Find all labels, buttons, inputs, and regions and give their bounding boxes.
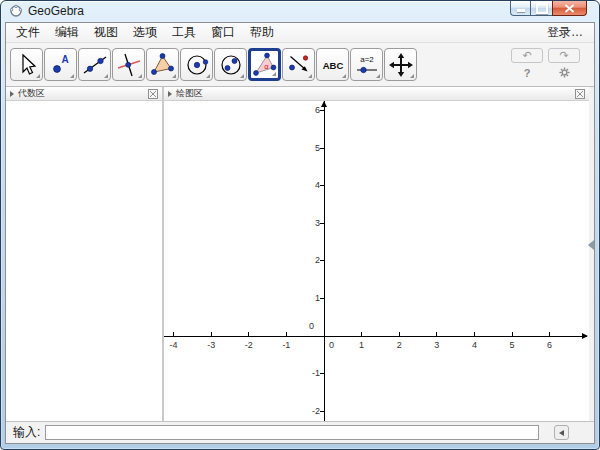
- redo-button[interactable]: ↷: [548, 48, 580, 63]
- algebra-panel-title: 代数区: [18, 87, 45, 100]
- x-tick-label: -2: [240, 340, 258, 350]
- minimize-icon: [517, 9, 525, 12]
- tool-point-button[interactable]: A: [44, 48, 77, 81]
- y-axis-tick: [320, 373, 324, 374]
- menu-bar: 文件编辑视图选项工具窗口帮助 登录…: [6, 23, 594, 43]
- undo-button[interactable]: ↶: [511, 48, 543, 63]
- circle-icon: [184, 52, 210, 78]
- caption-buttons: [510, 1, 587, 16]
- maximize-button[interactable]: [531, 1, 552, 16]
- input-help-button[interactable]: [554, 425, 569, 440]
- command-input[interactable]: [45, 425, 539, 440]
- settings-button[interactable]: [548, 66, 580, 79]
- tool-ellipse-button[interactable]: [214, 48, 247, 81]
- y-tick-label: -1: [302, 368, 320, 378]
- graphics-panel-title: 绘图区: [176, 87, 203, 100]
- tool-reflection-button[interactable]: [282, 48, 315, 81]
- x-axis: [164, 336, 587, 337]
- minimize-button[interactable]: [510, 1, 531, 16]
- redo-icon: ↷: [559, 50, 568, 61]
- menu-item-view[interactable]: 视图: [91, 23, 121, 42]
- close-icon: [564, 4, 575, 13]
- graphics-expand-arrow-icon[interactable]: [168, 91, 172, 97]
- x-tick-label: 1: [353, 340, 371, 350]
- origin-zero-label-above: 0: [309, 321, 314, 331]
- help-icon: ?: [524, 67, 531, 79]
- gear-icon: [559, 67, 570, 78]
- x-axis-tick: [436, 332, 437, 336]
- graphics-panel-header: 绘图区: [164, 87, 589, 101]
- menu-item-window[interactable]: 窗口: [208, 23, 238, 42]
- login-button[interactable]: 登录…: [547, 24, 587, 41]
- y-axis-tick: [320, 110, 324, 111]
- algebra-view[interactable]: [6, 101, 162, 421]
- tool-slider-button[interactable]: a=2: [350, 48, 383, 81]
- tool-move-graphics-view-button[interactable]: [384, 48, 417, 81]
- svg-text:ABC: ABC: [322, 60, 343, 71]
- y-axis-tick: [320, 223, 324, 224]
- menu-item-options[interactable]: 选项: [130, 23, 160, 42]
- x-axis-tick: [173, 332, 174, 336]
- tool-angle-button[interactable]: α: [248, 48, 281, 81]
- tool-text-button[interactable]: ABC: [316, 48, 349, 81]
- geogebra-window: GeoGebra 文件编辑视图选项工具窗口帮助 登录…: [0, 0, 600, 450]
- menu-item-file[interactable]: 文件: [13, 23, 43, 42]
- algebra-expand-arrow-icon[interactable]: [10, 91, 14, 97]
- x-axis-arrow-icon: [582, 333, 588, 339]
- reflection-icon: [286, 52, 312, 78]
- x-tick-label: 2: [390, 340, 408, 350]
- tool-perpendicular-line-button[interactable]: [112, 48, 145, 81]
- input-bar: 输入:: [6, 421, 594, 443]
- y-axis: [324, 101, 325, 421]
- y-tick-label: -2: [302, 406, 320, 416]
- y-axis-tick: [320, 260, 324, 261]
- algebra-panel-close-icon[interactable]: [148, 89, 158, 99]
- ellipse-icon: [218, 52, 244, 78]
- tool-polygon-button[interactable]: [146, 48, 179, 81]
- polygon-icon: [150, 52, 176, 78]
- move-graphics-view-icon: [388, 52, 414, 78]
- graphics-view[interactable]: 0 0 -4-3-2-1123456654321-1-2: [164, 101, 589, 421]
- svg-text:α: α: [264, 61, 269, 70]
- help-button[interactable]: ?: [511, 66, 543, 79]
- graphics-panel-close-icon[interactable]: [575, 89, 585, 99]
- menu-item-edit[interactable]: 编辑: [52, 23, 82, 42]
- window-title: GeoGebra: [28, 4, 84, 18]
- y-tick-label: 1: [302, 293, 320, 303]
- line-icon: [82, 52, 108, 78]
- right-edge-strip: [589, 87, 594, 421]
- x-tick-label: -1: [277, 340, 295, 350]
- origin-zero-label-below: 0: [329, 340, 334, 350]
- x-axis-tick: [474, 332, 475, 336]
- x-axis-tick: [361, 332, 362, 336]
- menu-item-help[interactable]: 帮助: [247, 23, 277, 42]
- x-axis-tick: [211, 332, 212, 336]
- toolbar-right-controls: ↶ ↷ ?: [511, 48, 590, 79]
- menu-item-tools[interactable]: 工具: [169, 23, 199, 42]
- text-icon: ABC: [320, 52, 346, 78]
- y-axis-tick: [320, 185, 324, 186]
- y-tick-label: 6: [302, 105, 320, 115]
- x-axis-tick: [399, 332, 400, 336]
- collapse-panel-arrow-icon[interactable]: [588, 240, 594, 250]
- toolbar: A: [6, 43, 594, 87]
- tool-circle-button[interactable]: [180, 48, 213, 81]
- close-button[interactable]: [552, 1, 587, 16]
- algebra-panel-header: 代数区: [6, 87, 162, 101]
- svg-text:a=2: a=2: [360, 55, 374, 64]
- graphics-panel: 绘图区 0 0 -4-3-2-1123456654321-1-2: [164, 87, 589, 421]
- undo-icon: ↶: [522, 50, 531, 61]
- y-axis-tick: [320, 148, 324, 149]
- x-tick-label: 4: [465, 340, 483, 350]
- y-axis-tick: [320, 298, 324, 299]
- point-icon: A: [48, 52, 74, 78]
- x-tick-label: 5: [503, 340, 521, 350]
- tool-line-button[interactable]: [78, 48, 111, 81]
- input-label: 输入:: [13, 424, 40, 441]
- x-axis-tick: [512, 332, 513, 336]
- y-tick-label: 5: [302, 143, 320, 153]
- svg-text:A: A: [61, 54, 68, 65]
- x-tick-label: -3: [202, 340, 220, 350]
- y-tick-label: 3: [302, 218, 320, 228]
- tool-move-button[interactable]: [10, 48, 43, 81]
